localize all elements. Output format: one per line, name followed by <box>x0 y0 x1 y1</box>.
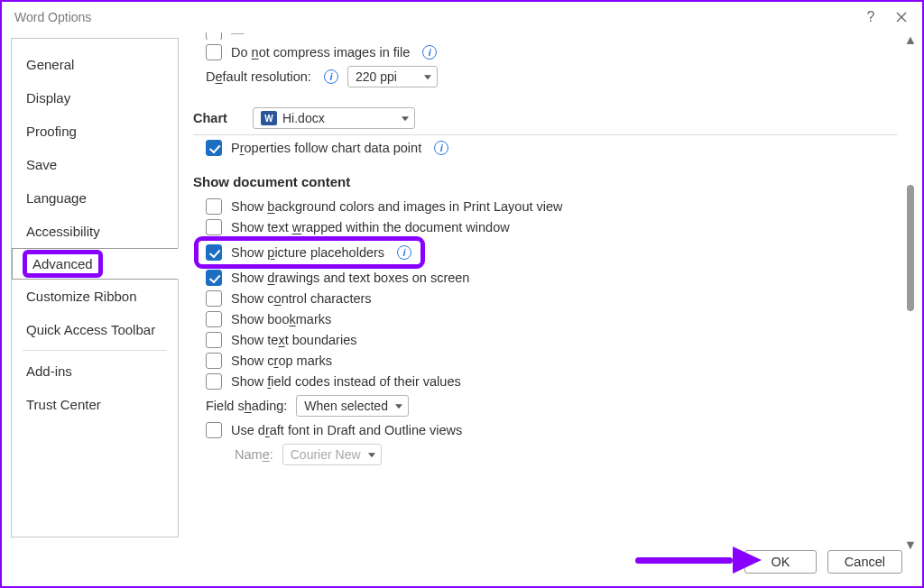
draft-font-name-row: Name: Courier New <box>193 444 897 465</box>
default-resolution-row: Default resolution: 220 ppi <box>193 66 897 87</box>
field-shading-row: Field shading: When selected <box>193 395 897 417</box>
sidebar-item-display[interactable]: Display <box>12 81 178 115</box>
sidebar-item-label: Advanced <box>32 256 93 271</box>
show-field-codes-row: Show field codes instead of their values <box>193 373 897 390</box>
chart-section-title: Chart <box>193 111 244 125</box>
checkbox-label: Show bookmarks <box>231 312 331 326</box>
sidebar-item-proofing[interactable]: Proofing <box>12 115 178 148</box>
options-panel: — Do not compress images in file Default… <box>182 32 922 537</box>
doc-content-section-title: Show document content <box>193 174 897 189</box>
scroll-up-icon[interactable]: ▲ <box>905 34 916 45</box>
sidebar-item-trust-center[interactable]: Trust Center <box>12 388 178 421</box>
window-title: Word Options <box>14 10 91 24</box>
sidebar-item-label: Save <box>26 157 57 172</box>
checkbox-label: Show picture placeholders <box>231 245 384 260</box>
show-picture-placeholders-row: Show picture placeholders <box>193 241 897 264</box>
select-value: When selected <box>304 399 388 413</box>
checkbox-label: Show text boundaries <box>231 333 356 347</box>
show-bg-colors-row: Show background colors and images in Pri… <box>193 198 897 215</box>
sidebar-item-customize-ribbon[interactable]: Customize Ribbon <box>12 280 178 313</box>
checkbox-label: Show text wrapped within the document wi… <box>231 220 510 234</box>
field-shading-label: Field shading: <box>206 399 287 413</box>
close-button[interactable] <box>886 5 917 29</box>
picture-placeholders-highlight: Show picture placeholders <box>199 241 420 264</box>
show-text-boundaries-row: Show text boundaries <box>193 332 897 348</box>
sidebar-item-label: Trust Center <box>26 397 101 412</box>
checkbox-chart-properties[interactable] <box>206 140 222 156</box>
sidebar-item-addins[interactable]: Add-ins <box>12 354 178 388</box>
sidebar-item-label: Customize Ribbon <box>26 289 137 304</box>
info-icon[interactable] <box>422 45 437 60</box>
checkbox[interactable] <box>206 32 222 40</box>
checkbox-label: Show background colors and images in Pri… <box>231 199 563 214</box>
scrollbar[interactable]: ▲ ▼ <box>904 34 917 550</box>
button-label: OK <box>771 555 790 569</box>
checkbox-compress[interactable] <box>206 44 222 60</box>
sidebar-item-accessibility[interactable]: Accessibility <box>12 215 178 248</box>
sidebar: General Display Proofing Save Language A… <box>11 38 179 537</box>
close-icon <box>896 12 907 23</box>
checkbox[interactable] <box>206 332 222 348</box>
sidebar-item-advanced[interactable]: Advanced <box>12 248 179 280</box>
checkbox[interactable] <box>206 270 222 286</box>
help-button[interactable]: ? <box>855 5 886 29</box>
checkbox-label: Show crop marks <box>231 354 332 368</box>
show-text-wrapped-row: Show text wrapped within the document wi… <box>193 219 897 235</box>
checkbox[interactable] <box>206 219 222 235</box>
checkbox[interactable] <box>206 198 222 215</box>
checkbox-label: Show control characters <box>231 291 372 306</box>
sidebar-item-label: Add-ins <box>26 363 72 379</box>
select-value: Hi.docx <box>282 111 325 125</box>
chart-properties-row: Properties follow chart data point <box>193 140 897 156</box>
scroll-thumb[interactable] <box>907 185 914 311</box>
checkbox[interactable] <box>206 422 222 438</box>
checkbox-label: Show drawings and text boxes on screen <box>231 271 469 285</box>
use-draft-font-row: Use draft font in Draft and Outline view… <box>193 422 897 438</box>
select-value: Courier New <box>291 447 361 462</box>
font-name-select: Courier New <box>282 444 382 465</box>
chart-file-select[interactable]: Hi.docx <box>253 107 415 129</box>
sidebar-item-label: Accessibility <box>26 224 100 239</box>
sidebar-item-save[interactable]: Save <box>12 148 178 181</box>
checkbox[interactable] <box>206 353 222 369</box>
checkbox[interactable] <box>206 311 222 327</box>
chart-header-row: Chart Hi.docx <box>193 107 897 129</box>
info-icon[interactable] <box>434 141 448 155</box>
do-not-compress-row: Do not compress images in file <box>193 44 897 60</box>
default-resolution-select[interactable]: 220 ppi <box>347 66 438 87</box>
sidebar-item-label: Display <box>26 90 70 106</box>
sidebar-item-language[interactable]: Language <box>12 181 178 215</box>
checkbox[interactable] <box>206 373 222 390</box>
font-name-label: Name: <box>235 447 273 462</box>
sidebar-item-general[interactable]: General <box>12 48 178 81</box>
chevron-down-icon <box>424 75 431 79</box>
show-control-chars-row: Show control characters <box>193 290 897 307</box>
show-drawings-row: Show drawings and text boxes on screen <box>193 270 897 286</box>
ok-button[interactable]: OK <box>744 550 817 574</box>
show-crop-marks-row: Show crop marks <box>193 353 897 369</box>
sidebar-item-label: Quick Access Toolbar <box>26 322 155 337</box>
show-bookmarks-row: Show bookmarks <box>193 311 897 327</box>
checkbox-label: Properties follow chart data point <box>231 141 421 155</box>
field-shading-select[interactable]: When selected <box>296 395 409 417</box>
cancel-button[interactable]: Cancel <box>827 550 902 574</box>
sidebar-item-label: Proofing <box>26 124 77 139</box>
sidebar-item-quick-access[interactable]: Quick Access Toolbar <box>12 313 178 346</box>
checkbox-label: Do not compress images in file <box>231 45 410 60</box>
info-icon[interactable] <box>324 69 338 84</box>
checkbox-picture-placeholders[interactable] <box>206 244 222 261</box>
info-icon[interactable] <box>397 245 411 260</box>
checkbox-label: Use draft font in Draft and Outline view… <box>231 423 462 437</box>
chevron-down-icon <box>402 116 409 121</box>
sidebar-item-label: General <box>26 57 74 72</box>
checkbox-label: Show field codes instead of their values <box>231 374 461 389</box>
guidance-arrow-icon <box>635 547 762 574</box>
sidebar-item-label: Language <box>26 190 87 206</box>
chevron-down-icon <box>395 404 402 409</box>
checkbox[interactable] <box>206 290 222 307</box>
sidebar-separator <box>23 350 167 351</box>
dialog-footer: OK Cancel <box>2 543 922 581</box>
advanced-highlight: Advanced <box>25 253 100 275</box>
default-resolution-label: Default resolution: <box>206 69 311 84</box>
scroll-track[interactable] <box>904 45 917 539</box>
